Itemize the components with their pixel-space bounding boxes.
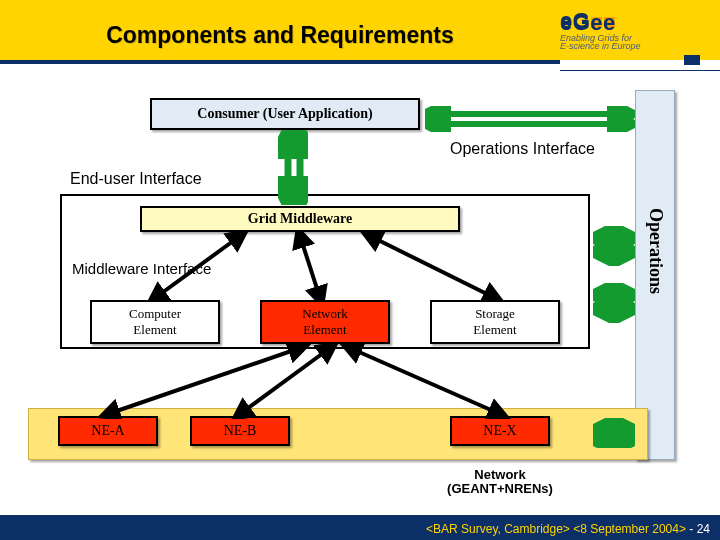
svg-line-10 [155,236,240,298]
svg-line-13 [108,348,300,414]
storage-element-box: Storage Element [430,300,560,344]
end-user-interface-label: End-user Interface [70,170,202,188]
header-rule-right [560,70,720,71]
network-footer-label: Network (GEANT+NRENs) [400,468,600,497]
arrow-consumer-operations-icon [425,106,635,132]
arrow-consumer-middleware-icon [278,130,308,205]
consumer-box: Consumer (User Application) [150,98,420,130]
grid-middleware-box: Grid Middleware [140,206,460,232]
operations-label: Operations [645,208,666,294]
page-title: Components and Requirements [106,22,454,49]
operations-interface-label: Operations Interface [450,140,595,158]
logo-accent-block [684,55,700,65]
svg-line-15 [350,348,500,414]
ne-a-box: NE-A [58,416,158,446]
ne-b-box: NE-B [190,416,290,446]
svg-line-11 [300,236,320,298]
svg-line-12 [370,236,495,298]
ne-x-box: NE-X [450,416,550,446]
arrow-mw-elements-icon [80,232,550,302]
computer-element-box: Computer Element [90,300,220,344]
svg-line-14 [240,348,330,414]
arrow-ne-operations-icon [593,418,635,448]
arrow-middleware-operations-2-icon [593,283,635,323]
footer-text: <BAR Survey, Cambridge> <8 September 200… [426,522,710,536]
arrow-network-ne-icon [80,344,550,419]
network-element-box: Network Element [260,300,390,344]
header-rule-left [0,60,560,64]
arrow-middleware-operations-icon [593,226,635,266]
